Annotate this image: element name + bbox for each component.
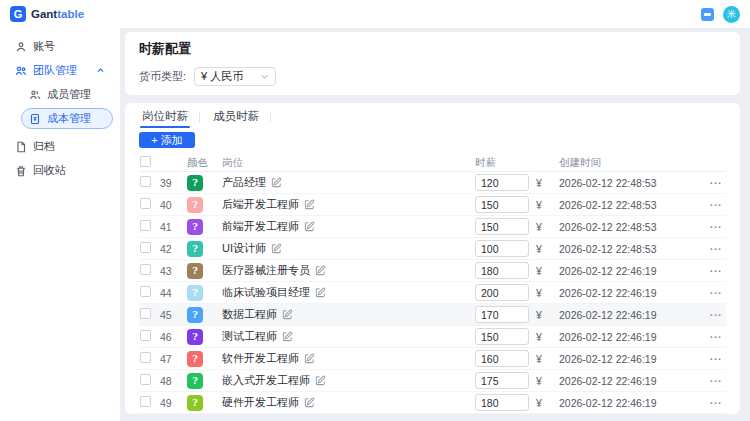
add-button-label: 添加 <box>161 133 183 148</box>
more-actions-button[interactable]: ··· <box>706 309 726 321</box>
edit-icon[interactable] <box>282 309 293 320</box>
page-title: 时薪配置 <box>139 40 726 58</box>
palette-icon: ? <box>192 287 198 298</box>
more-actions-button[interactable]: ··· <box>706 221 726 233</box>
palette-icon: ? <box>192 177 198 188</box>
tab-member-rate[interactable]: 成员时薪 <box>212 109 260 124</box>
more-actions-button[interactable]: ··· <box>706 199 726 211</box>
row-checkbox[interactable] <box>140 330 151 341</box>
edit-icon[interactable] <box>304 353 315 364</box>
rate-input[interactable] <box>475 174 529 191</box>
created-time: 2026-02-12 22:46:19 <box>559 331 701 343</box>
row-checkbox[interactable] <box>140 264 151 275</box>
edit-icon[interactable] <box>304 397 315 408</box>
rate-input[interactable] <box>475 262 529 279</box>
rate-input[interactable] <box>475 394 529 411</box>
row-checkbox[interactable] <box>140 242 151 253</box>
edit-icon[interactable] <box>315 375 326 386</box>
more-actions-button[interactable]: ··· <box>706 265 726 277</box>
color-badge[interactable]: ? <box>187 351 203 367</box>
add-button[interactable]: + 添加 <box>139 132 195 149</box>
currency-symbol: ¥ <box>536 309 554 321</box>
table-row: 44 ? 临床试验项目经理 ¥ 2026-02-12 22:46:19 ··· <box>139 282 726 304</box>
chevron-down-icon <box>260 72 269 81</box>
palette-icon: ? <box>192 375 198 386</box>
rate-input[interactable] <box>475 372 529 389</box>
edit-icon[interactable] <box>271 243 282 254</box>
position-name: 硬件开发工程师 <box>222 395 299 410</box>
row-checkbox[interactable] <box>140 220 151 231</box>
select-all-checkbox[interactable] <box>140 156 151 167</box>
help-icon[interactable] <box>701 8 714 21</box>
color-badge[interactable]: ? <box>187 219 203 235</box>
chevron-up-icon[interactable] <box>96 66 105 75</box>
table-header: 颜色 岗位 时薪 创建时间 <box>139 154 726 172</box>
color-badge[interactable]: ? <box>187 373 203 389</box>
sidebar-item-account[interactable]: 账号 <box>7 36 113 57</box>
color-badge[interactable]: ? <box>187 197 203 213</box>
currency-symbol: ¥ <box>536 265 554 277</box>
edit-icon[interactable] <box>315 287 326 298</box>
row-checkbox[interactable] <box>140 396 151 407</box>
color-badge[interactable]: ? <box>187 263 203 279</box>
sidebar-item-team-management[interactable]: 团队管理 <box>7 60 113 81</box>
rate-input[interactable] <box>475 350 529 367</box>
sidebar-item-label: 归档 <box>33 139 55 154</box>
main-content: 时薪配置 货币类型: ¥ 人民币 岗位时薪 成员时薪 + 添加 <box>120 28 750 421</box>
row-checkbox[interactable] <box>140 198 151 209</box>
currency-symbol: ¥ <box>536 287 554 299</box>
edit-icon[interactable] <box>315 265 326 276</box>
color-badge[interactable]: ? <box>187 285 203 301</box>
currency-select[interactable]: ¥ 人民币 <box>194 67 276 86</box>
position-name: 测试工程师 <box>222 329 277 344</box>
tab-bar: 岗位时薪 成员时薪 <box>139 109 726 125</box>
rate-input[interactable] <box>475 328 529 345</box>
currency-symbol: ¥ <box>536 397 554 409</box>
color-badge[interactable]: ? <box>187 175 203 191</box>
more-actions-button[interactable]: ··· <box>706 243 726 255</box>
edit-icon[interactable] <box>304 221 315 232</box>
row-checkbox[interactable] <box>140 374 151 385</box>
rate-input[interactable] <box>475 240 529 257</box>
edit-icon[interactable] <box>304 199 315 210</box>
avatar[interactable]: 米 <box>723 6 740 23</box>
sidebar-item-cost-management[interactable]: 成本管理 <box>21 108 113 129</box>
logo[interactable]: G Ganttable <box>10 6 84 22</box>
tab-position-rate[interactable]: 岗位时薪 <box>141 109 189 124</box>
row-checkbox[interactable] <box>140 286 151 297</box>
brand-text: Ganttable <box>31 8 84 20</box>
sidebar-item-member-management[interactable]: 成员管理 <box>21 84 113 105</box>
more-actions-button[interactable]: ··· <box>706 375 726 387</box>
sidebar-item-archive[interactable]: 归档 <box>7 136 113 157</box>
created-time: 2026-02-12 22:48:53 <box>559 177 701 189</box>
palette-icon: ? <box>192 199 198 210</box>
rate-input[interactable] <box>475 284 529 301</box>
rate-input[interactable] <box>475 306 529 323</box>
row-checkbox[interactable] <box>140 352 151 363</box>
sidebar-item-recycle-bin[interactable]: 回收站 <box>7 160 113 181</box>
more-actions-button[interactable]: ··· <box>706 177 726 189</box>
color-badge[interactable]: ? <box>187 307 203 323</box>
more-actions-button[interactable]: ··· <box>706 287 726 299</box>
position-name: 前端开发工程师 <box>222 219 299 234</box>
table-row: 40 ? 后端开发工程师 ¥ 2026-02-12 22:48:53 ··· <box>139 194 726 216</box>
rate-input[interactable] <box>475 196 529 213</box>
topbar-actions: 米 <box>701 6 740 23</box>
table-row: 47 ? 软件开发工程师 ¥ 2026-02-12 22:46:19 ··· <box>139 348 726 370</box>
color-badge[interactable]: ? <box>187 395 203 411</box>
edit-icon[interactable] <box>282 331 293 342</box>
column-header-created: 创建时间 <box>559 156 701 170</box>
created-time: 2026-02-12 22:46:19 <box>559 309 701 321</box>
more-actions-button[interactable]: ··· <box>706 397 726 409</box>
more-actions-button[interactable]: ··· <box>706 331 726 343</box>
more-actions-button[interactable]: ··· <box>706 353 726 365</box>
color-badge[interactable]: ? <box>187 241 203 257</box>
rate-input[interactable] <box>475 218 529 235</box>
row-checkbox[interactable] <box>140 308 151 319</box>
position-name: 临床试验项目经理 <box>222 285 310 300</box>
edit-icon[interactable] <box>271 177 282 188</box>
color-badge[interactable]: ? <box>187 329 203 345</box>
row-checkbox[interactable] <box>140 176 151 187</box>
palette-icon: ? <box>192 353 198 364</box>
sidebar: 账号 团队管理 成员管理 成本管理 归档 回收站 <box>0 28 120 421</box>
